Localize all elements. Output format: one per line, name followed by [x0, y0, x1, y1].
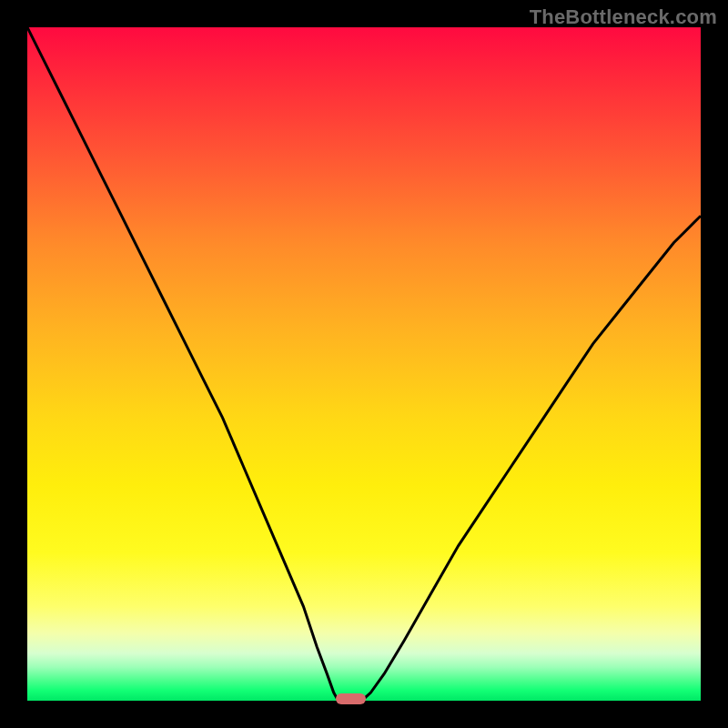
- plot-area: [27, 27, 701, 701]
- watermark-text: TheBottleneck.com: [530, 5, 717, 29]
- curve-layer: [27, 27, 701, 701]
- chart-frame: TheBottleneck.com: [0, 0, 728, 728]
- bottleneck-curve-right: [364, 216, 701, 699]
- bottleneck-curve-left: [27, 27, 337, 699]
- baseline-marker: [336, 693, 366, 704]
